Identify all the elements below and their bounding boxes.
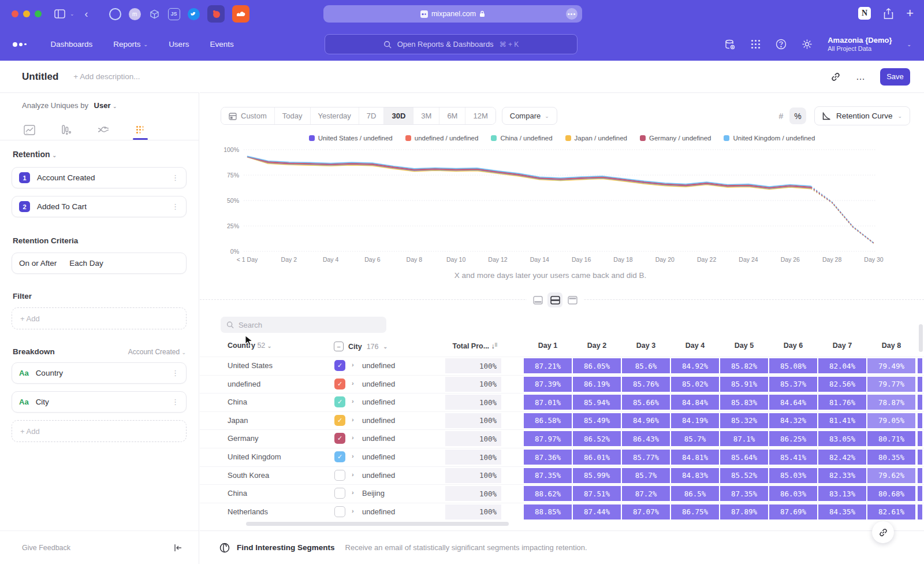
settings-gear-icon[interactable]: [802, 39, 813, 50]
range-12m[interactable]: 12M: [465, 107, 495, 124]
view-chart-only-icon[interactable]: [530, 292, 545, 307]
retention-cell[interactable]: 86.58%: [524, 413, 572, 428]
retention-cell[interactable]: 80.71%: [867, 431, 915, 446]
tab-flows[interactable]: [91, 121, 116, 139]
retention-cell[interactable]: 82.04%: [818, 358, 866, 373]
vertical-scrollbar[interactable]: [919, 324, 923, 352]
extension-logseq-icon[interactable]: [207, 5, 225, 23]
retention-cell[interactable]: 87.51%: [573, 486, 621, 501]
tab-retention[interactable]: [128, 121, 152, 139]
compare-button[interactable]: Compare ⌄: [502, 107, 557, 125]
close-window-button[interactable]: [12, 10, 18, 17]
retention-cell[interactable]: 79.77%: [867, 377, 915, 392]
breakdown-card-country[interactable]: Aa Country ⋮: [12, 362, 187, 384]
retention-cell[interactable]: 87.89%: [720, 504, 768, 520]
retention-cell[interactable]: 85.32%: [720, 413, 768, 428]
report-title[interactable]: Untitled: [22, 71, 58, 83]
give-feedback-link[interactable]: Give Feedback: [22, 544, 70, 552]
tab-insights[interactable]: [17, 121, 42, 139]
retention-cell[interactable]: 79.49%: [867, 358, 915, 373]
nav-item-events[interactable]: Events: [210, 40, 233, 49]
retention-cell[interactable]: 85.76%: [622, 377, 670, 392]
retention-cell[interactable]: 82.42%: [818, 450, 866, 465]
retention-cell[interactable]: 87.35%: [720, 486, 768, 501]
row-checkbox[interactable]: [334, 506, 345, 517]
retention-cell[interactable]: 82.33%: [818, 468, 866, 483]
expand-chevron-icon[interactable]: ›: [352, 434, 354, 441]
row-checkbox[interactable]: ✓: [334, 360, 345, 371]
retention-cell[interactable]: 84.92%: [671, 358, 719, 373]
day-header[interactable]: Day 8: [867, 342, 915, 350]
retention-cell[interactable]: 84.32%: [769, 413, 817, 428]
legend-item[interactable]: Japan / undefined: [565, 135, 627, 142]
range-yesterday[interactable]: Yesterday: [311, 107, 359, 124]
expand-chevron-icon[interactable]: ›: [352, 507, 354, 514]
apps-grid-icon[interactable]: [751, 39, 761, 49]
retention-cell[interactable]: 81.76%: [818, 395, 866, 410]
chart-type-button[interactable]: Retention Curve ⌄: [814, 106, 910, 125]
collapse-sidebar-icon[interactable]: [174, 544, 182, 552]
row-checkbox[interactable]: ✓: [334, 379, 345, 389]
legend-item[interactable]: China / undefined: [491, 135, 552, 142]
day-header[interactable]: Day 1: [524, 342, 572, 350]
share-link-fab[interactable]: [872, 521, 894, 543]
mixpanel-logo[interactable]: [13, 42, 27, 47]
expand-chevron-icon[interactable]: ›: [352, 398, 354, 405]
retention-cell[interactable]: 85.49%: [573, 413, 621, 428]
view-split-icon[interactable]: [547, 292, 562, 307]
range-7d[interactable]: 7D: [359, 107, 385, 124]
sidebar-toggle-icon[interactable]: [54, 9, 65, 18]
retention-cell[interactable]: 85.91%: [720, 377, 768, 392]
step-1-menu-icon[interactable]: ⋮: [172, 173, 179, 182]
step-2-menu-icon[interactable]: ⋮: [172, 202, 179, 211]
day-header[interactable]: Day 6: [769, 342, 817, 350]
expand-chevron-icon[interactable]: ›: [352, 380, 354, 387]
retention-cell[interactable]: 85.37%: [769, 377, 817, 392]
copy-link-icon[interactable]: [830, 72, 841, 82]
step-card-1[interactable]: 1 Account Created ⋮: [12, 167, 187, 188]
extension-bird-icon[interactable]: [188, 8, 200, 20]
retention-cell[interactable]: 84.96%: [622, 413, 670, 428]
retention-cell[interactable]: 86.05%: [573, 358, 621, 373]
retention-cell[interactable]: 82.61%: [867, 504, 915, 520]
retention-cell[interactable]: 84.83%: [671, 468, 719, 483]
retention-cell[interactable]: 80.68%: [867, 486, 915, 501]
share-icon[interactable]: [884, 8, 893, 19]
extension-target-icon[interactable]: [109, 8, 121, 20]
retention-cell[interactable]: 85.7%: [671, 431, 719, 446]
extension-m-icon[interactable]: m: [129, 8, 141, 20]
retention-section-header[interactable]: Retention ⌄: [13, 150, 57, 159]
nav-item-users[interactable]: Users: [169, 40, 189, 49]
format-number-button[interactable]: #: [773, 107, 789, 124]
legend-item[interactable]: Germany / undefined: [640, 135, 711, 142]
retention-cell[interactable]: 85.99%: [573, 468, 621, 483]
retention-cell[interactable]: 87.01%: [524, 395, 572, 410]
total-column-header[interactable]: Total Pro... ↓||: [439, 342, 497, 350]
expand-chevron-icon[interactable]: ›: [352, 471, 354, 478]
filter-add-button[interactable]: + Add: [12, 307, 187, 329]
retention-cell[interactable]: 87.2%: [622, 486, 670, 501]
view-table-only-icon[interactable]: [565, 292, 580, 307]
range-30d[interactable]: 30D: [384, 107, 413, 124]
tab-funnels[interactable]: [54, 121, 79, 139]
criteria-card[interactable]: On or After Each Day: [12, 253, 187, 274]
chevron-down-icon[interactable]: ⌄: [70, 11, 74, 17]
retention-cell[interactable]: 85.77%: [622, 450, 670, 465]
retention-cell[interactable]: 87.35%: [524, 468, 572, 483]
retention-cell[interactable]: 85.66%: [622, 395, 670, 410]
retention-cell[interactable]: 86.43%: [622, 431, 670, 446]
expand-chevron-icon[interactable]: ›: [352, 452, 354, 459]
retention-cell[interactable]: 78.87%: [867, 395, 915, 410]
breakdown-add-button[interactable]: + Add: [12, 420, 187, 442]
address-bar[interactable]: mixpanel.com •••: [323, 5, 582, 23]
row-checkbox[interactable]: ✓: [334, 415, 345, 426]
day-header[interactable]: Day 7: [818, 342, 866, 350]
retention-cell[interactable]: 85.7%: [622, 468, 670, 483]
row-checkbox[interactable]: ✓: [334, 396, 345, 407]
nav-item-dashboards[interactable]: Dashboards: [51, 40, 93, 49]
range-today[interactable]: Today: [275, 107, 311, 124]
breakdown-scope[interactable]: Account Created ⌄: [128, 348, 186, 356]
day-header[interactable]: Day 3: [622, 342, 670, 350]
retention-cell[interactable]: 79.05%: [867, 413, 915, 428]
minimize-window-button[interactable]: [23, 10, 30, 17]
